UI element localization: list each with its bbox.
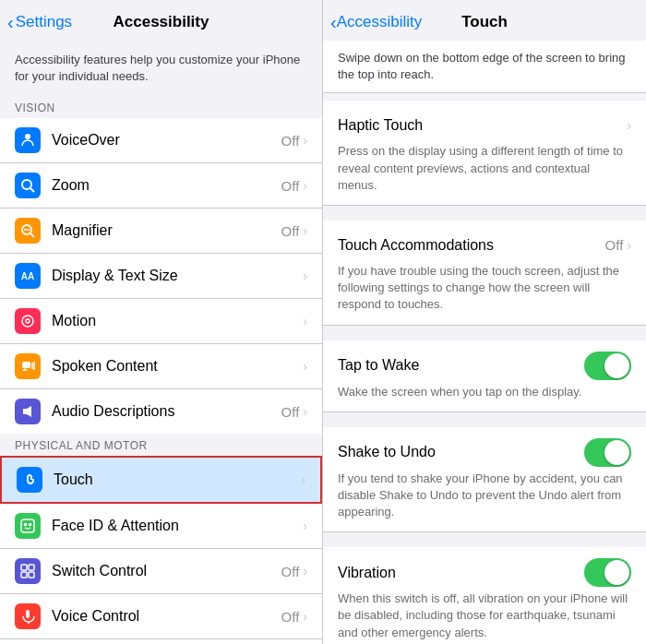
faceid-icon xyxy=(15,513,41,539)
svg-point-15 xyxy=(30,524,31,526)
right-content: Swipe down on the bottom edge of the scr… xyxy=(323,41,646,644)
motion-chevron-icon: › xyxy=(303,314,307,328)
voice-value: Off xyxy=(281,609,300,625)
vibration-desc: When this switch is off, all vibration o… xyxy=(338,590,631,641)
list-item-side[interactable]: Side Button › xyxy=(0,639,322,644)
list-item-magnifier[interactable]: Magnifier Off › xyxy=(0,209,322,254)
right-gap-4 xyxy=(323,532,646,547)
switch-chevron-icon: › xyxy=(303,564,307,578)
right-item-shake-to-undo[interactable]: Shake to Undo If you tend to shake your … xyxy=(323,427,646,533)
section-header-vision: VISION xyxy=(0,96,322,118)
list-item-display[interactable]: AA Display & Text Size › xyxy=(0,254,322,299)
audio-chevron-icon: › xyxy=(303,404,307,419)
faceid-label: Face ID & Attention xyxy=(52,518,179,534)
spoken-chevron-icon: › xyxy=(303,359,307,374)
svg-line-4 xyxy=(30,233,34,237)
touch-icon xyxy=(17,467,42,493)
svg-marker-9 xyxy=(22,368,28,371)
spoken-label: Spoken Content xyxy=(52,358,158,375)
touch-accommodations-value: Off xyxy=(605,237,624,253)
haptic-touch-desc: Press on the display using a different l… xyxy=(338,143,631,194)
right-nav-bar: ‹ Accessibility Touch xyxy=(323,0,646,41)
voiceover-icon xyxy=(15,127,41,153)
list-item-faceid[interactable]: Face ID & Attention › xyxy=(0,504,322,549)
svg-point-1 xyxy=(22,180,31,189)
right-item-haptic-touch[interactable]: Haptic Touch › Press on the display usin… xyxy=(323,101,646,206)
voiceover-label: VoiceOver xyxy=(52,132,120,149)
left-back-button[interactable]: ‹ Settings xyxy=(7,12,72,33)
svg-rect-20 xyxy=(26,610,30,618)
audio-value: Off xyxy=(281,404,300,420)
physical-list: Touch › Face ID & Attention › Swit xyxy=(0,456,322,644)
svg-line-2 xyxy=(30,188,34,192)
faceid-chevron-icon: › xyxy=(303,519,307,533)
audio-icon xyxy=(15,399,41,424)
voiceover-value: Off xyxy=(281,133,300,149)
svg-rect-8 xyxy=(22,362,30,368)
list-item-audio[interactable]: Audio Descriptions Off › xyxy=(0,389,322,434)
right-back-button[interactable]: ‹ Accessibility xyxy=(330,12,422,33)
left-nav-bar: ‹ Settings Accessibility xyxy=(0,0,322,41)
magnifier-value: Off xyxy=(281,223,300,239)
zoom-chevron-icon: › xyxy=(303,178,307,193)
motion-icon xyxy=(15,308,41,334)
svg-rect-18 xyxy=(21,572,27,578)
switch-value: Off xyxy=(281,564,300,579)
right-item-touch-accommodations[interactable]: Touch Accommodations Off › If you have t… xyxy=(323,221,646,326)
voice-icon xyxy=(15,603,41,629)
section-header-physical: PHYSICAL AND MOTOR xyxy=(0,434,322,456)
left-nav-title: Accessibility xyxy=(114,13,209,31)
haptic-touch-chevron-icon: › xyxy=(627,118,631,133)
display-icon: AA xyxy=(15,263,41,289)
vibration-toggle[interactable] xyxy=(584,558,631,587)
list-item-zoom[interactable]: Zoom Off › xyxy=(0,163,322,209)
tap-to-wake-toggle[interactable] xyxy=(584,352,631,380)
list-item-touch[interactable]: Touch › xyxy=(0,456,322,504)
magnifier-icon xyxy=(15,218,41,244)
right-item-tap-to-wake[interactable]: Tap to Wake Wake the screen when you tap… xyxy=(323,340,646,412)
left-back-chevron-icon: ‹ xyxy=(7,12,14,33)
touch-accommodations-desc: If you have trouble using the touch scre… xyxy=(338,263,631,314)
left-panel: ‹ Settings Accessibility Accessibility f… xyxy=(0,0,323,644)
svg-rect-16 xyxy=(21,565,27,570)
touch-accommodations-label: Touch Accommodations xyxy=(338,237,494,254)
zoom-value: Off xyxy=(281,178,300,194)
right-back-chevron-icon: ‹ xyxy=(330,12,337,33)
svg-point-0 xyxy=(25,134,30,139)
right-back-label: Accessibility xyxy=(337,13,423,31)
audio-label: Audio Descriptions xyxy=(52,403,174,420)
voice-chevron-icon: › xyxy=(303,609,307,624)
touch-chevron-icon: › xyxy=(301,472,305,487)
right-top-description: Swipe down on the bottom edge of the scr… xyxy=(323,41,646,93)
list-item-voiceover[interactable]: VoiceOver Off › xyxy=(0,118,322,163)
tap-to-wake-label: Tap to Wake xyxy=(338,357,419,374)
voiceover-chevron-icon: › xyxy=(303,133,307,148)
svg-point-6 xyxy=(22,316,33,327)
left-back-label: Settings xyxy=(16,13,72,31)
spoken-icon xyxy=(15,353,41,379)
zoom-label: Zoom xyxy=(52,177,90,194)
shake-to-undo-toggle[interactable] xyxy=(584,438,631,467)
shake-to-undo-desc: If you tend to shake your iPhone by acci… xyxy=(338,471,631,521)
magnifier-chevron-icon: › xyxy=(303,223,307,238)
list-item-spoken[interactable]: Spoken Content › xyxy=(0,344,322,389)
svg-rect-13 xyxy=(21,519,34,532)
right-gap-1 xyxy=(323,206,646,221)
right-gap-0 xyxy=(323,93,646,101)
right-panel: ‹ Accessibility Touch Swipe down on the … xyxy=(323,0,646,644)
vibration-label: Vibration xyxy=(338,565,396,581)
list-item-motion[interactable]: Motion › xyxy=(0,299,322,344)
touch-label: Touch xyxy=(54,471,93,488)
svg-rect-17 xyxy=(29,565,34,570)
shake-to-undo-label: Shake to Undo xyxy=(338,444,436,460)
motion-label: Motion xyxy=(52,313,96,329)
right-item-vibration[interactable]: Vibration When this switch is off, all v… xyxy=(323,547,646,644)
right-gap-3 xyxy=(323,412,646,427)
list-item-switch[interactable]: Switch Control Off › xyxy=(0,549,322,594)
voice-label: Voice Control xyxy=(52,608,139,625)
switch-icon xyxy=(15,558,41,584)
right-gap-2 xyxy=(323,326,646,340)
haptic-touch-label: Haptic Touch xyxy=(338,117,423,134)
list-item-voice[interactable]: Voice Control Off › xyxy=(0,594,322,639)
display-chevron-icon: › xyxy=(303,268,307,283)
